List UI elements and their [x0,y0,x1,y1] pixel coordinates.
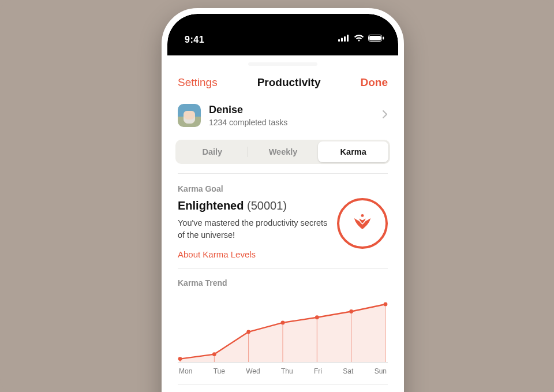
karma-goal-description: You've mastered the productivity secrets… [178,217,329,241]
section-title: Karma Trend [178,278,388,288]
status-time: 9:41 [185,35,204,45]
chart-x-label: Sun [375,367,387,375]
karma-goal-title: Enlightened (50001) [178,199,329,212]
karma-goal-section: Karma Goal Enlightened (50001) You've ma… [167,174,398,259]
svg-point-7 [361,214,364,217]
profile-subtitle: 1234 completed tasks [209,118,374,127]
svg-point-19 [281,321,285,325]
section-title: Karma Goal [178,184,388,193]
tab-daily[interactable]: Daily [177,141,248,162]
karma-badge [337,198,388,249]
karma-badge-icon [350,211,375,236]
svg-point-22 [384,303,388,307]
phone-frame: 9:41 Settings Productivity Don [162,8,404,392]
profile-name: Denise [209,104,374,117]
nav-bar: Settings Productivity Done [167,67,398,94]
tab-label: Karma [340,147,366,156]
done-button[interactable]: Done [361,76,388,89]
tab-karma[interactable]: Karma [318,141,388,162]
karma-points: (50001) [247,199,287,212]
svg-rect-5 [369,36,381,40]
svg-rect-1 [341,38,343,42]
svg-point-21 [349,309,353,313]
status-bar: 9:41 [167,14,398,55]
tab-label: Weekly [269,147,298,156]
svg-rect-2 [344,36,346,42]
chart-x-label: Mon [179,367,192,375]
battery-icon [368,35,384,42]
segmented-control: Daily Weekly Karma [175,140,390,164]
karma-trend-section: Karma Trend MonTueWedThuFriSatSun [167,269,398,375]
divider [178,384,388,385]
svg-rect-0 [338,39,340,42]
chart-x-label: Tue [214,367,225,375]
phone-screen: 9:41 Settings Productivity Don [167,14,398,392]
svg-point-17 [212,352,216,356]
chart-x-label: Thu [281,367,293,375]
page-title: Productivity [257,76,321,89]
stage: { "statusbar": { "time": "9:41" }, "nav"… [0,0,554,392]
svg-point-16 [178,357,182,361]
svg-point-20 [315,315,319,319]
svg-rect-3 [347,35,349,42]
svg-rect-6 [383,37,384,40]
cellular-icon [338,35,350,42]
svg-point-18 [246,330,250,334]
karma-trend-chart [178,293,388,363]
settings-button[interactable]: Settings [178,76,218,89]
chart-x-label: Wed [246,367,260,375]
chevron-right-icon [382,110,388,121]
chart-x-label: Sat [343,367,353,375]
about-karma-levels-link[interactable]: About Karma Levels [178,249,329,259]
karma-level: Enlightened [178,199,244,212]
profile-row[interactable]: Denise 1234 completed tasks [167,94,398,137]
wifi-icon [354,35,364,42]
tab-weekly[interactable]: Weekly [248,141,319,162]
avatar [178,104,201,127]
tab-label: Daily [203,147,223,156]
status-icons [338,35,384,42]
sheet-handle [167,55,398,67]
chart-x-labels: MonTueWedThuFriSatSun [178,367,388,375]
chart-x-label: Fri [314,367,322,375]
